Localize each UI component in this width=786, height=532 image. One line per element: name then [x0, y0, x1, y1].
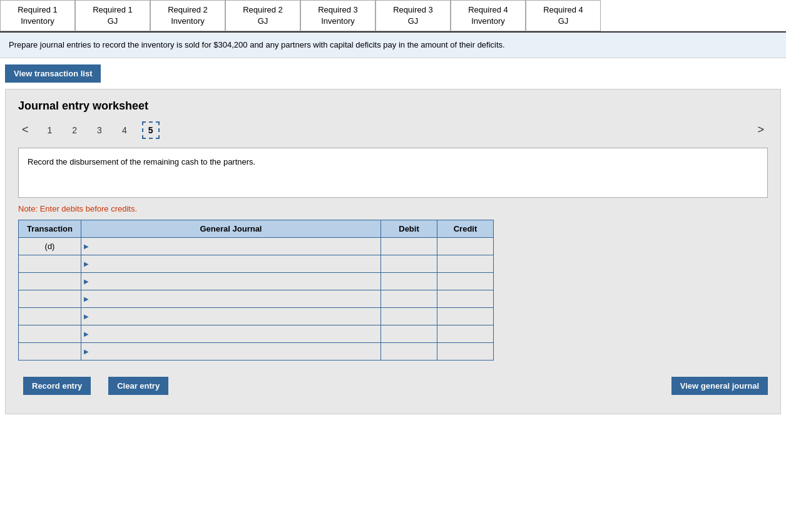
- credit-input-6[interactable]: [437, 325, 493, 342]
- transaction-cell-5: [19, 307, 81, 325]
- debit-cell-7[interactable]: [381, 342, 437, 360]
- credit-cell-3[interactable]: [437, 272, 494, 290]
- debit-cell-4[interactable]: [381, 290, 437, 307]
- tab-req3-inv[interactable]: Required 3Inventory: [300, 0, 375, 31]
- nav-num-2[interactable]: 2: [67, 123, 82, 138]
- tabs-row: Required 1Inventory Required 1GJ Require…: [0, 0, 786, 33]
- debit-input-7[interactable]: [381, 343, 437, 360]
- credit-input-4[interactable]: [437, 290, 493, 307]
- journal-cell-1[interactable]: [81, 237, 381, 255]
- table-row: (d): [19, 237, 494, 255]
- entry-description-box: Record the disbursement of the remaining…: [18, 148, 768, 198]
- transaction-cell-6: [19, 325, 81, 342]
- col-header-journal: General Journal: [81, 220, 381, 237]
- journal-input-3[interactable]: [84, 273, 380, 290]
- nav-prev-button[interactable]: <: [18, 122, 33, 138]
- table-row: [19, 325, 494, 342]
- credit-input-5[interactable]: [437, 308, 493, 325]
- credit-input-3[interactable]: [437, 273, 493, 290]
- nav-num-1[interactable]: 1: [43, 123, 58, 138]
- transaction-cell-4: [19, 290, 81, 307]
- col-header-debit: Debit: [381, 220, 437, 237]
- journal-input-1[interactable]: [84, 238, 380, 255]
- tab-req1-gj[interactable]: Required 1GJ: [75, 0, 150, 31]
- journal-cell-5[interactable]: [81, 307, 381, 325]
- credit-cell-4[interactable]: [437, 290, 494, 307]
- debit-cell-3[interactable]: [381, 272, 437, 290]
- tab-req4-inv[interactable]: Required 4Inventory: [451, 0, 526, 31]
- credit-cell-6[interactable]: [437, 325, 494, 342]
- journal-cell-3[interactable]: [81, 272, 381, 290]
- problem-description: Prepare journal entries to record the in…: [0, 33, 786, 58]
- col-header-transaction: Transaction: [19, 220, 81, 237]
- debit-input-3[interactable]: [381, 273, 437, 290]
- nav-num-4[interactable]: 4: [117, 123, 132, 138]
- table-row: [19, 307, 494, 325]
- tab-req4-gj[interactable]: Required 4GJ: [526, 0, 601, 31]
- bottom-buttons: Record entry Clear entry View general jo…: [18, 371, 768, 401]
- nav-num-5[interactable]: 5: [142, 121, 160, 139]
- debit-cell-2[interactable]: [381, 255, 437, 272]
- worksheet-container: Journal entry worksheet < 1 2 3 4 5 > Re…: [5, 89, 781, 414]
- view-general-journal-button[interactable]: View general journal: [671, 377, 768, 395]
- debit-cell-5[interactable]: [381, 307, 437, 325]
- view-transaction-list-button[interactable]: View transaction list: [5, 64, 101, 83]
- journal-input-6[interactable]: [84, 325, 380, 342]
- debit-input-1[interactable]: [381, 238, 437, 255]
- transaction-cell-3: [19, 272, 81, 290]
- tab-req2-gj[interactable]: Required 2GJ: [225, 0, 300, 31]
- debit-input-5[interactable]: [381, 308, 437, 325]
- transaction-cell-2: [19, 255, 81, 272]
- debit-cell-6[interactable]: [381, 325, 437, 342]
- debit-input-4[interactable]: [381, 290, 437, 307]
- tab-req1-inv[interactable]: Required 1Inventory: [0, 0, 75, 31]
- debit-input-2[interactable]: [381, 255, 437, 272]
- table-row: [19, 255, 494, 272]
- debit-input-6[interactable]: [381, 325, 437, 342]
- tab-req3-gj[interactable]: Required 3GJ: [375, 0, 451, 31]
- journal-input-7[interactable]: [84, 343, 380, 360]
- journal-table: Transaction General Journal Debit Credit…: [18, 220, 494, 361]
- nav-row: < 1 2 3 4 5 >: [18, 121, 768, 139]
- col-header-credit: Credit: [437, 220, 494, 237]
- note-text: Note: Enter debits before credits.: [18, 204, 768, 213]
- nav-num-3[interactable]: 3: [92, 123, 107, 138]
- journal-input-2[interactable]: [84, 255, 380, 272]
- journal-cell-7[interactable]: [81, 342, 381, 360]
- journal-input-4[interactable]: [84, 290, 380, 307]
- journal-cell-2[interactable]: [81, 255, 381, 272]
- worksheet-title: Journal entry worksheet: [18, 100, 768, 113]
- journal-cell-6[interactable]: [81, 325, 381, 342]
- journal-cell-4[interactable]: [81, 290, 381, 307]
- credit-input-1[interactable]: [437, 238, 493, 255]
- credit-cell-7[interactable]: [437, 342, 494, 360]
- credit-input-7[interactable]: [437, 343, 493, 360]
- record-entry-button[interactable]: Record entry: [23, 377, 91, 395]
- table-row: [19, 272, 494, 290]
- credit-cell-5[interactable]: [437, 307, 494, 325]
- table-row: [19, 342, 494, 360]
- credit-cell-1[interactable]: [437, 237, 494, 255]
- transaction-cell-7: [19, 342, 81, 360]
- tab-req2-inv[interactable]: Required 2Inventory: [150, 0, 225, 31]
- table-row: [19, 290, 494, 307]
- journal-input-5[interactable]: [84, 308, 380, 325]
- clear-entry-button[interactable]: Clear entry: [108, 377, 168, 395]
- credit-cell-2[interactable]: [437, 255, 494, 272]
- debit-cell-1[interactable]: [381, 237, 437, 255]
- credit-input-2[interactable]: [437, 255, 493, 272]
- nav-next-button[interactable]: >: [753, 122, 768, 138]
- transaction-cell-1: (d): [19, 237, 81, 255]
